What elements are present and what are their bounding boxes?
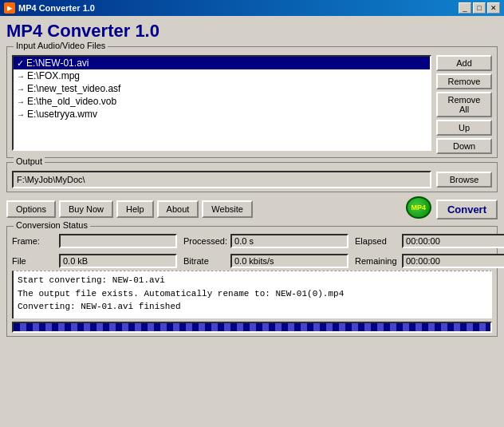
list-item[interactable]: → E:\usetryya.wmv [14, 108, 430, 121]
add-button[interactable]: Add [436, 55, 492, 71]
about-button[interactable]: About [157, 200, 199, 218]
main-window: MP4 Converter 1.0 Input Audio/Video File… [0, 16, 504, 427]
processed-field: Processed: [183, 234, 348, 248]
list-item[interactable]: → E:\new_test_video.asf [14, 82, 430, 95]
file-name: E:\usetryya.wmv [27, 109, 97, 120]
log-line-2: The output file exists. Automatically re… [18, 287, 486, 301]
elapsed-input[interactable] [402, 234, 504, 248]
title-bar-text: MP4 Converter 1.0 [18, 3, 95, 13]
convert-container: MP4 Convert [406, 196, 498, 222]
list-item[interactable]: → E:\the_old_video.vob [14, 95, 430, 108]
log-area: Start converting: NEW-01.avi The output … [12, 271, 492, 318]
output-group-label: Output [14, 156, 45, 166]
app-icon: ▶ [4, 2, 15, 14]
list-item[interactable]: → E:\FOX.mpg [14, 69, 430, 82]
arrow-icon: → [17, 110, 25, 119]
maximize-button[interactable]: □ [473, 2, 486, 14]
status-group-label: Conversion Status [14, 220, 90, 230]
input-group-label: Input Audio/Video Files [14, 41, 108, 50]
down-button[interactable]: Down [436, 138, 492, 154]
output-path-input[interactable] [12, 171, 431, 188]
frame-input[interactable] [59, 234, 177, 248]
list-item[interactable]: ✓ E:\NEW-01.avi [14, 57, 430, 69]
bitrate-input[interactable] [230, 254, 348, 268]
arrow-icon: → [17, 72, 25, 81]
remaining-input[interactable] [402, 254, 504, 268]
output-group: Output Browse [6, 162, 498, 192]
arrow-icon: → [17, 85, 25, 93]
minimize-button[interactable]: _ [459, 2, 471, 14]
processed-input[interactable] [230, 234, 348, 248]
options-button[interactable]: Options [6, 200, 56, 218]
toolbar-row: Options Buy Now Help About Website MP4 C… [6, 196, 498, 222]
processed-label: Processed: [183, 236, 227, 246]
file-list[interactable]: ✓ E:\NEW-01.avi → E:\FOX.mpg → E:\new_te… [12, 55, 431, 151]
remove-button[interactable]: Remove [436, 73, 492, 89]
bitrate-label: Bitrate [183, 256, 227, 266]
app-title: MP4 Converter 1.0 [6, 21, 498, 42]
browse-button[interactable]: Browse [436, 172, 492, 188]
output-row: Browse [12, 168, 492, 188]
close-button[interactable]: ✕ [487, 2, 500, 14]
input-group: Input Audio/Video Files ✓ E:\NEW-01.avi … [6, 46, 498, 158]
title-bar-controls: _ □ ✕ [459, 2, 500, 14]
bitrate-field: Bitrate [183, 254, 348, 268]
progress-bar-fill [14, 323, 490, 331]
remaining-field: Remaining [355, 254, 504, 268]
file-size-input[interactable] [59, 254, 177, 268]
file-list-container: ✓ E:\NEW-01.avi → E:\FOX.mpg → E:\new_te… [12, 52, 492, 154]
help-button[interactable]: Help [116, 200, 154, 218]
log-line-3: Converting: NEW-01.avi finished [18, 300, 486, 314]
file-buttons: Add Remove Remove All Up Down [436, 55, 492, 154]
convert-button[interactable]: Convert [436, 200, 498, 219]
file-name: E:\NEW-01.avi [26, 57, 89, 69]
buy-now-button[interactable]: Buy Now [59, 200, 113, 218]
file-field: File [12, 254, 177, 268]
file-name: E:\FOX.mpg [27, 70, 80, 81]
status-row-2: File Bitrate Remaining [12, 251, 492, 268]
remaining-label: Remaining [355, 256, 399, 266]
frame-label: Frame: [12, 236, 56, 246]
up-button[interactable]: Up [436, 120, 492, 136]
arrow-icon: → [17, 97, 25, 106]
elapsed-label: Elapsed [355, 236, 399, 246]
check-icon: ✓ [17, 58, 24, 69]
status-row-1: Frame: Processed: Elapsed [12, 231, 492, 248]
file-label: File [12, 256, 56, 266]
title-bar: ▶ MP4 Converter 1.0 _ □ ✕ [0, 0, 504, 16]
file-name: E:\new_test_video.asf [27, 83, 120, 94]
mp4-icon: MP4 [406, 196, 435, 222]
mp4-icon-inner: MP4 [406, 196, 431, 219]
file-name: E:\the_old_video.vob [27, 96, 116, 107]
conversion-status-group: Conversion Status Frame: Processed: Elap… [6, 226, 498, 337]
progress-bar-container [12, 322, 492, 333]
remove-all-button[interactable]: Remove All [436, 92, 492, 117]
title-bar-left: ▶ MP4 Converter 1.0 [4, 2, 95, 14]
log-line-1: Start converting: NEW-01.avi [18, 274, 486, 287]
website-button[interactable]: Website [202, 200, 253, 218]
elapsed-field: Elapsed [355, 234, 504, 248]
frame-field: Frame: [12, 234, 177, 248]
